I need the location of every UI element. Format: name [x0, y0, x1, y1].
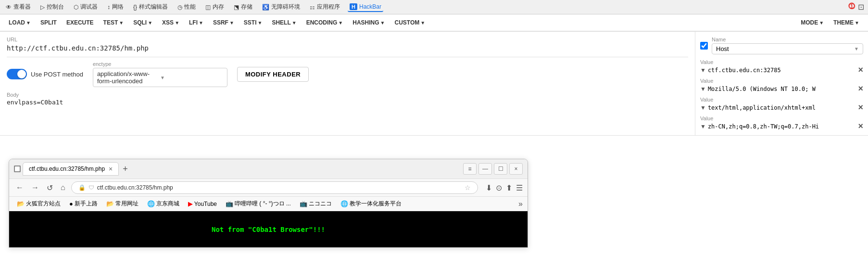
- address-bar[interactable]: 🔒 🛡 ctf.ctbu.edu.cn:32785/hm.php ☆: [71, 181, 478, 194]
- browser-favicon: [14, 165, 21, 172]
- toggle-row: Use POST method: [7, 69, 83, 79]
- nav-inspector[interactable]: 👁 查看器: [4, 2, 33, 12]
- tab-title: ctf.ctbu.edu.cn:32785/hm.php: [29, 165, 105, 172]
- mode-arrow: ▼: [819, 20, 824, 25]
- back-button[interactable]: ←: [14, 182, 25, 193]
- bookmark-huwai[interactable]: 📂 火狐官方站点: [14, 199, 63, 209]
- nav-performance[interactable]: ◷ 性能: [176, 2, 198, 12]
- header-val-text-1: ctf.ctbu.edu.cn:32785: [708, 67, 856, 74]
- header-value-3: Value ▼ text/html,application/xhtml+xml …: [695, 95, 868, 114]
- bookmark-education[interactable]: 🌐 教学一体化服务平台: [338, 199, 404, 209]
- caret-icon-2[interactable]: ▼: [700, 86, 706, 92]
- more-bookmarks-button[interactable]: »: [518, 200, 523, 208]
- bookmark-newbie[interactable]: ● 新手上路: [66, 199, 101, 209]
- window-tab-controls: ≡ — ☐ ×: [463, 163, 523, 175]
- post-method-toggle[interactable]: [7, 69, 27, 79]
- enctype-label: enctype: [93, 61, 227, 67]
- split-button[interactable]: SPLIT: [37, 17, 61, 28]
- theme-button[interactable]: THEME ▼: [830, 17, 863, 28]
- bookmark-youtube[interactable]: ▶ YouTube: [185, 199, 220, 208]
- enctype-section: enctype application/x-www-form-urlencode…: [93, 61, 227, 87]
- share-icon[interactable]: ⬆: [506, 183, 512, 192]
- memory-icon: ◫: [205, 4, 211, 11]
- tab-menu-button[interactable]: ≡: [463, 163, 477, 175]
- test-button[interactable]: TEST ▼: [100, 17, 128, 28]
- close-icon-1[interactable]: ×: [858, 65, 863, 75]
- maximize-button[interactable]: ☐: [494, 163, 507, 175]
- shell-arrow: ▼: [292, 20, 297, 25]
- tab-close-button[interactable]: ×: [109, 165, 113, 173]
- xss-button[interactable]: XSS ▼: [158, 17, 183, 28]
- mode-button[interactable]: MODE ▼: [797, 17, 828, 28]
- body-value: envlpass=C0ba1t: [7, 99, 63, 106]
- hackbar-nav-icon: H: [350, 3, 357, 10]
- hashing-arrow: ▼: [380, 20, 385, 25]
- sqli-button[interactable]: SQLI ▼: [129, 17, 156, 28]
- edu-icon: 🌐: [340, 200, 348, 207]
- minimize-button[interactable]: —: [478, 163, 492, 175]
- name-checkbox[interactable]: [700, 42, 708, 50]
- nav-hackbar[interactable]: H HackBar: [348, 2, 383, 12]
- sync-icon[interactable]: ⊙: [496, 183, 502, 192]
- bookmark-common[interactable]: 📂 常用网址: [103, 199, 141, 209]
- newbie-icon: ●: [69, 200, 73, 207]
- header-value-4: Value ▼ zh-CN,zh;q=0.8,zh-TW;q=0.7,zh-Hi…: [695, 114, 868, 132]
- execute-button[interactable]: EXECUTE: [63, 17, 98, 28]
- ssti-button[interactable]: SSTI ▼: [240, 17, 266, 28]
- name-input-wrap: Host ▼: [712, 43, 863, 54]
- new-tab-button[interactable]: +: [121, 164, 130, 174]
- lfi-button[interactable]: LFI ▼: [185, 17, 207, 28]
- edu-label: 教学一体化服务平台: [350, 200, 402, 208]
- bookmark-bilibili[interactable]: 📺 哔哩哔哩 ( °- °)つロ ...: [223, 199, 294, 209]
- theme-arrow: ▼: [855, 20, 859, 25]
- caret-icon-1[interactable]: ▼: [700, 67, 706, 74]
- nav-storage[interactable]: ⬔ 存储: [232, 2, 254, 12]
- name-row: Name Host ▼: [695, 35, 868, 58]
- ssrf-button[interactable]: SSRF ▼: [209, 17, 238, 28]
- load-button[interactable]: LOAD ▼: [5, 17, 35, 28]
- download-icon[interactable]: ⬇: [486, 183, 492, 192]
- bookmark-star-icon[interactable]: ☆: [465, 184, 471, 191]
- header-value-row-4: ▼ zh-CN,zh;q=0.8,zh-TW;q=0.7,zh-Hi ×: [700, 121, 863, 131]
- custom-button[interactable]: CUSTOM ▼: [391, 17, 429, 28]
- shell-button[interactable]: SHELL ▼: [268, 17, 300, 28]
- modify-header-button[interactable]: MODIFY HEADER: [237, 67, 309, 82]
- body-row: Body envlpass=C0ba1t: [7, 92, 688, 106]
- nav-debugger[interactable]: ⬡ 调试器: [72, 2, 100, 12]
- nav-accessibility[interactable]: ♿ 无障碍环境: [260, 2, 302, 12]
- nav-memory[interactable]: ◫ 内存: [203, 2, 226, 12]
- url-value: http://ctf.ctbu.edu.cn:32785/hm.php: [7, 44, 688, 52]
- name-field-wrap: Name Host ▼: [712, 37, 863, 54]
- caret-icon-4[interactable]: ▼: [700, 123, 706, 130]
- bookmark-niconico[interactable]: 📺 ニコニコ: [297, 199, 335, 209]
- close-button[interactable]: ×: [509, 163, 523, 175]
- common-label: 常用网址: [115, 200, 138, 208]
- browser-window: ctf.ctbu.edu.cn:32785/hm.php × + ≡ — ☐ ×…: [9, 159, 528, 248]
- bilibili-label: 哔哩哔哩 ( °- °)つロ ...: [235, 200, 291, 208]
- forward-button[interactable]: →: [29, 182, 41, 193]
- value-label-4: Value: [700, 115, 863, 121]
- nav-application[interactable]: ⚏ 应用程序: [308, 2, 342, 12]
- bookmark-jd[interactable]: 🌐 京东商城: [144, 199, 182, 209]
- home-button[interactable]: ⌂: [59, 182, 67, 193]
- accessibility-icon: ♿: [262, 4, 269, 11]
- encoding-button[interactable]: ENCODING ▼: [302, 17, 347, 28]
- nav-console[interactable]: ▷ 控制台: [38, 2, 66, 12]
- menu-icon[interactable]: ☰: [516, 183, 523, 192]
- close-icon-4[interactable]: ×: [858, 121, 863, 131]
- niconico-icon: 📺: [300, 200, 307, 207]
- enctype-select[interactable]: application/x-www-form-urlencoded ▼: [93, 68, 227, 87]
- close-icon-3[interactable]: ×: [858, 102, 863, 113]
- value-label-1: Value: [700, 59, 863, 65]
- tab-area: ctf.ctbu.edu.cn:32785/hm.php × +: [14, 162, 460, 176]
- caret-icon-3[interactable]: ▼: [700, 104, 706, 111]
- name-dropdown-arrow[interactable]: ▼: [854, 46, 859, 51]
- nav-network[interactable]: ↕ 网络: [105, 2, 126, 12]
- active-tab[interactable]: ctf.ctbu.edu.cn:32785/hm.php ×: [23, 162, 119, 176]
- nav-style-editor[interactable]: {} 样式编辑器: [131, 2, 170, 12]
- jd-icon: 🌐: [147, 200, 155, 207]
- reload-button[interactable]: ↺: [45, 182, 55, 193]
- close-icon-2[interactable]: ×: [858, 84, 863, 94]
- hashing-button[interactable]: HASHING ▼: [349, 17, 389, 28]
- shield-icon: 🛡: [88, 184, 94, 191]
